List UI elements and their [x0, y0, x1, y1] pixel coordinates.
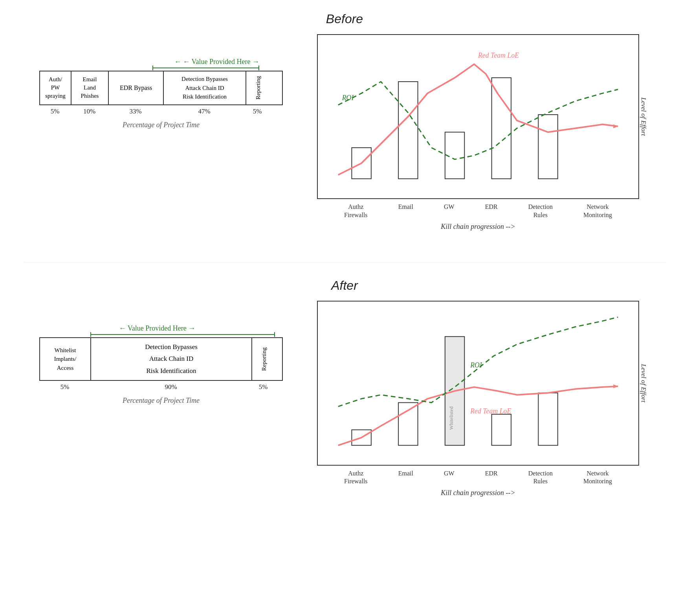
before-pct-reporting: 5% [246, 108, 269, 115]
page: Before ← ← Value Provided Here → Auth/ P… [0, 0, 689, 616]
after-x-edr: EDR [485, 470, 498, 486]
after-y-label: Level of Effort [640, 364, 647, 402]
svg-marker-14 [613, 384, 618, 388]
before-y-label: Level of Effort [640, 97, 647, 136]
before-value-label: ← ← Value Provided Here → [174, 58, 259, 66]
svg-rect-4 [538, 115, 557, 179]
after-title: After [24, 278, 665, 293]
before-cell-edr: EDR Bypass [109, 71, 164, 104]
after-pct-label: Percentage of Project Time [39, 397, 283, 405]
svg-text:Red Team LoE: Red Team LoE [470, 407, 511, 415]
after-pct-reporting: 5% [251, 383, 275, 391]
before-chart: Red Team LoE ROI [317, 34, 639, 199]
svg-text:Whitelisted: Whitelisted [449, 406, 454, 430]
after-chart-bottom: AuthzFirewalls Email GW EDR DetectionRul… [317, 470, 639, 497]
svg-marker-5 [613, 124, 618, 128]
after-right-panel: Whitelisted ROI Red Team LoE Level of Ef… [306, 301, 650, 497]
before-pct-auth: 5% [39, 108, 71, 115]
svg-text:Red Team LoE: Red Team LoE [478, 51, 519, 59]
before-x-labels: AuthzFirewalls Email GW EDR DetectionRul… [317, 203, 639, 219]
svg-text:ROI: ROI [342, 94, 354, 102]
before-section: ← ← Value Provided Here → Auth/ PW spray… [24, 34, 665, 231]
before-title: Before [24, 12, 665, 26]
svg-rect-3 [492, 78, 511, 179]
before-chart-bottom: AuthzFirewalls Email GW EDR DetectionRul… [317, 203, 639, 231]
section-divider [24, 262, 665, 263]
before-x-detection: DetectionRules [528, 203, 553, 219]
before-x-title: Kill chain progression --> [317, 223, 639, 231]
after-x-labels: AuthzFirewalls Email GW EDR DetectionRul… [317, 470, 639, 486]
after-table: WhitelistImplants/Access Detection Bypas… [39, 337, 283, 381]
svg-rect-9 [398, 402, 418, 445]
after-x-network: NetworkMonitoring [583, 470, 612, 486]
after-left-panel: ← Value Provided Here → WhitelistImplant… [39, 301, 283, 405]
before-pct-email: 10% [71, 108, 108, 115]
before-left-panel: ← ← Value Provided Here → Auth/ PW spray… [39, 34, 283, 129]
before-chart-svg: Red Team LoE ROI [326, 43, 630, 190]
before-pct-label: Percentage of Project Time [39, 121, 283, 129]
after-x-authz: AuthzFirewalls [344, 470, 368, 486]
after-value-label: ← Value Provided Here → [119, 324, 196, 333]
after-chart-wrapper: Whitelisted ROI Red Team LoE Level of Ef… [317, 301, 639, 466]
after-chart: Whitelisted ROI Red Team LoE [317, 301, 639, 466]
svg-rect-1 [398, 82, 418, 179]
before-x-authz: AuthzFirewalls [344, 203, 368, 219]
before-cell-reporting: Reporting [246, 71, 270, 104]
after-pct-whitelist: 5% [39, 383, 90, 391]
before-cell-email: Email Land Phishes [71, 71, 109, 104]
before-pct-row: 5% 10% 33% 47% 5% [39, 108, 283, 115]
before-right-panel: Red Team LoE ROI Level of Effort AuthzFi… [306, 34, 650, 231]
after-cell-reporting: Reporting [252, 338, 276, 380]
after-x-title: Kill chain progression --> [317, 489, 639, 497]
before-x-network: NetworkMonitoring [583, 203, 612, 219]
after-x-detection: DetectionRules [528, 470, 553, 486]
after-x-gw: GW [444, 470, 454, 486]
before-x-gw: GW [444, 203, 454, 219]
svg-rect-12 [538, 393, 557, 445]
svg-text:ROI: ROI [470, 361, 482, 369]
before-pct-edr: 33% [108, 108, 163, 115]
after-cell-whitelist: WhitelistImplants/Access [40, 338, 91, 380]
before-chart-wrapper: Red Team LoE ROI Level of Effort [317, 34, 639, 199]
before-x-email: Email [398, 203, 413, 219]
before-cell-detection: Detection BypassesAttack Chain IDRisk Id… [164, 71, 246, 104]
after-x-email: Email [398, 470, 413, 486]
after-pct-row: 5% 90% 5% [39, 383, 283, 391]
after-chart-svg: Whitelisted ROI Red Team LoE [326, 309, 630, 457]
after-cell-detection: Detection BypassesAttack Chain IDRisk Id… [91, 338, 252, 380]
before-table: Auth/ PW spraying Email Land Phishes EDR… [39, 71, 283, 105]
after-pct-detection: 90% [90, 383, 251, 391]
after-section: ← Value Provided Here → WhitelistImplant… [24, 301, 665, 497]
before-x-edr: EDR [485, 203, 498, 219]
svg-rect-11 [492, 414, 511, 445]
before-pct-detection: 47% [163, 108, 246, 115]
before-cell-auth: Auth/ PW spraying [40, 71, 71, 104]
